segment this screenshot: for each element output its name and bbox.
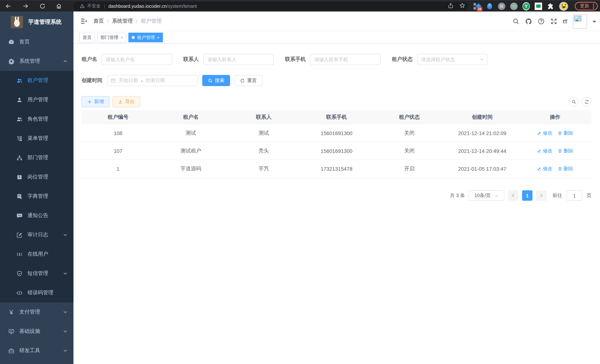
extension-y-icon[interactable]: Y (523, 2, 530, 10)
tenant-name-input[interactable] (102, 54, 172, 65)
delete-link[interactable]: 删除 (558, 166, 573, 172)
tab-close-icon[interactable]: × (157, 35, 159, 40)
show-search-toggle-button[interactable] (569, 97, 579, 106)
sidebar-item-errcode[interactable]: 错误码管理 (0, 283, 74, 302)
back-icon[interactable] (5, 3, 11, 9)
extension-balloon-icon[interactable] (486, 2, 493, 10)
cell-actions: 修改 删除 (519, 148, 591, 154)
sidebar-item-user[interactable]: 用户管理 (0, 90, 74, 110)
sidebar-item-label: 首页 (19, 38, 67, 45)
sidebar-item-post[interactable]: 岗位管理 (0, 167, 74, 187)
user-avatar[interactable] (573, 14, 587, 28)
goto-page-input[interactable] (567, 190, 582, 201)
share-icon[interactable] (448, 3, 453, 8)
search-button[interactable]: 搜索 (202, 75, 230, 86)
prev-page-button[interactable] (508, 190, 518, 201)
extension-chat-icon[interactable] (535, 2, 542, 10)
filter-row-2: 创建时间 开始日期 - 结束日期 搜索 重置 (82, 75, 591, 86)
export-button[interactable]: 导出 (112, 96, 140, 107)
search-icon[interactable] (512, 18, 519, 25)
extension-recorder-icon[interactable] (510, 2, 518, 10)
edit-link[interactable]: 修改 (537, 166, 553, 172)
chrome-menu-icon[interactable] (593, 4, 594, 9)
extension-command-icon[interactable]: ⌘ (498, 2, 505, 10)
url-bar[interactable]: 不安全 dashboard.yudao.iocoder.cn/system/te… (73, 2, 468, 10)
status-select-input[interactable] (417, 54, 488, 65)
tab-close-icon[interactable]: × (121, 35, 123, 40)
extensions-puzzle-icon[interactable] (547, 2, 554, 10)
chevron-down-icon (494, 194, 498, 198)
reload-icon[interactable] (39, 3, 46, 9)
sidebar-item-sms[interactable]: 短信管理 (0, 264, 74, 283)
sidebar-item-tenant[interactable]: 租户管理 (0, 71, 74, 90)
add-button[interactable]: 新增 (82, 96, 110, 107)
sidebar: 芋道管理系统 首页 系统管理 租户管理 用户管理 (0, 11, 74, 364)
sidebar-item-dept[interactable]: 部门管理 (0, 148, 74, 167)
badge-icon (16, 174, 23, 180)
next-page-button[interactable] (536, 190, 547, 201)
sidebar-item-notice[interactable]: 通知公告 (0, 206, 74, 225)
avatar-caret-icon[interactable] (593, 21, 596, 24)
users-icon (16, 77, 23, 84)
fullscreen-icon[interactable] (550, 18, 557, 25)
chevron-right-icon (539, 193, 544, 198)
breadcrumb-separator: / (107, 18, 109, 24)
sidebar-item-label: 部门管理 (28, 154, 67, 161)
delete-link[interactable]: 删除 (558, 148, 573, 154)
sidebar-item-label: 字典管理 (28, 193, 67, 200)
date-range-picker[interactable]: 开始日期 - 结束日期 (107, 75, 198, 86)
chrome-update-button[interactable]: 更新 (575, 2, 598, 10)
sidebar-item-menu[interactable]: 菜单管理 (0, 129, 74, 148)
edit-link[interactable]: 修改 (537, 130, 553, 136)
tab-dept[interactable]: 部门管理 × (97, 33, 126, 42)
home-icon[interactable] (56, 3, 62, 9)
delete-link[interactable]: 删除 (558, 130, 573, 136)
tab-tenant-active[interactable]: 租户管理 × (129, 33, 163, 42)
mobile-input[interactable] (310, 54, 381, 65)
sidebar-fold-icon[interactable] (80, 18, 88, 25)
update-label: 更新 (580, 3, 589, 9)
profile-avatar-icon[interactable] (559, 2, 568, 10)
contact-input[interactable] (203, 54, 274, 65)
sidebar-item-system[interactable]: 系统管理 (0, 52, 74, 71)
sidebar-logo[interactable]: 芋道管理系统 (0, 11, 74, 32)
end-date-placeholder[interactable]: 结束日期 (146, 77, 165, 84)
forward-icon[interactable] (22, 3, 28, 9)
refresh-table-button[interactable] (582, 97, 591, 106)
page-size-select[interactable]: 10条/页 (469, 190, 504, 201)
filter-label: 租户状态 (392, 56, 412, 63)
cell-status: 开启 (373, 166, 446, 172)
table-row: 108 测试 测试 15601691300 关闭 2021-12-14 21:0… (82, 124, 591, 142)
sidebar-item-dict[interactable]: 字典管理 (0, 187, 74, 206)
help-icon[interactable] (538, 18, 545, 25)
sidebar-item-infra[interactable]: 基础设施 (0, 322, 74, 341)
security-label[interactable]: 不安全 (87, 3, 101, 9)
sidebar-menu: 首页 系统管理 租户管理 用户管理 角色管理 (0, 32, 74, 360)
status-select[interactable] (417, 54, 488, 65)
search-icon (208, 78, 213, 83)
sidebar-item-online[interactable]: 在线用户 (0, 244, 74, 264)
cell-contact: 芋艿 (227, 166, 300, 172)
sidebar-item-home[interactable]: 首页 (0, 32, 74, 52)
sidebar-item-tools[interactable]: 研发工具 (0, 341, 74, 360)
cell-mobile: 15601691300 (300, 130, 373, 136)
reset-button[interactable]: 重置 (234, 75, 262, 86)
breadcrumb-item[interactable]: 系统管理 (112, 18, 133, 25)
font-size-icon[interactable]: tT (563, 18, 567, 25)
start-date-placeholder[interactable]: 开始日期 (119, 77, 138, 84)
github-icon[interactable] (525, 18, 532, 25)
page-number-button[interactable]: 1 (522, 190, 533, 201)
sidebar-item-pay[interactable]: 支付管理 (0, 302, 74, 322)
breadcrumb-item[interactable]: 首页 (94, 18, 104, 25)
extension-tabs-icon[interactable]: 10 (473, 2, 481, 10)
sidebar-item-audit[interactable]: 审计日志 (0, 225, 74, 244)
download-icon (118, 99, 123, 104)
refresh-icon (240, 78, 245, 83)
tab-label: 租户管理 (137, 34, 155, 41)
tab-home[interactable]: 首页 (79, 33, 95, 42)
gear-icon (8, 58, 14, 64)
edit-link[interactable]: 修改 (537, 148, 553, 154)
bookmark-star-icon[interactable] (459, 3, 465, 9)
sidebar-item-role[interactable]: 角色管理 (0, 110, 74, 129)
col-header: 联系手机 (300, 114, 373, 121)
